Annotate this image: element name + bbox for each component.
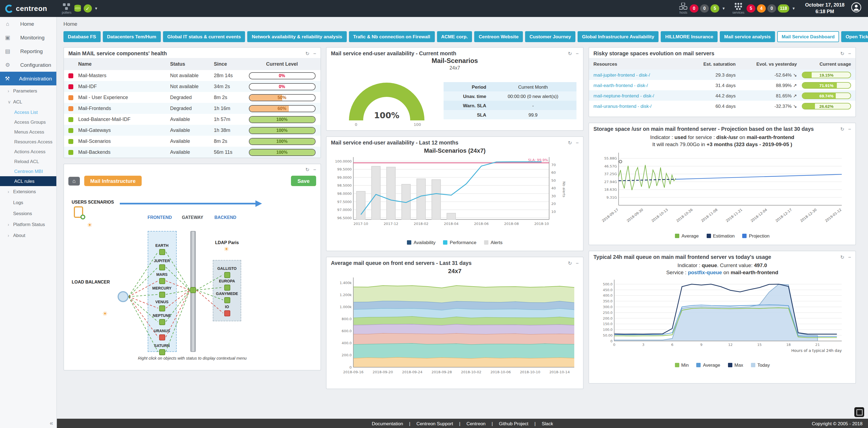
dashboard-tab[interactable]: Open Tickets (841, 31, 868, 42)
refresh-icon[interactable]: ↻ (840, 51, 844, 56)
dashboard-tab[interactable]: Datacenters Tem/Hum (102, 31, 160, 42)
storage-row[interactable]: mail-uranus-frontend - disk-/ 60.4 days … (589, 101, 856, 111)
load-balancer-node[interactable] (118, 291, 128, 302)
centreon-logo[interactable]: centreon (0, 4, 58, 13)
sidebar-item[interactable]: ACL rules (0, 176, 56, 186)
sidebar-item[interactable]: › Parameters (0, 85, 56, 96)
dashboard-tab[interactable]: Network availability & reliability analy… (247, 31, 347, 42)
footer-link[interactable]: Centreon (453, 421, 486, 426)
storage-row[interactable]: mail-neptune-frontend - disk-/ 44.2 days… (589, 90, 856, 101)
footer-link[interactable]: Slack (528, 421, 553, 426)
storage-row[interactable]: mail-earth-frontend - disk-/ 31.4 days 8… (589, 80, 856, 90)
minimize-icon[interactable]: − (848, 254, 851, 260)
sidebar-item[interactable]: Reload ACL (0, 156, 56, 166)
sidebar-item[interactable]: ⚒ Administration (0, 72, 56, 85)
service-health-row[interactable]: Mail-Scenarios Available 8m 2s 100% (64, 136, 320, 147)
service-health-row[interactable]: Mail-IDF Not available 34m 2s 0% (64, 81, 320, 92)
diagram-node-venus[interactable]: VENUS (145, 300, 179, 311)
sidebar-item[interactable]: ∨ ACL (0, 96, 56, 107)
dashboard-tab[interactable]: Database FS (63, 31, 100, 42)
user-menu[interactable] (851, 2, 862, 15)
minimize-icon[interactable]: − (576, 260, 579, 266)
sidebar-item[interactable]: › Platform Status (0, 219, 56, 230)
home-icon[interactable]: ⌂ (68, 176, 80, 185)
minimize-icon[interactable]: − (848, 51, 851, 56)
hosts-cluster[interactable]: hosts 005 ▾ (679, 3, 725, 14)
service-health-row[interactable]: Mail-Backends Available 56m 11s 100% (64, 147, 320, 158)
refresh-icon[interactable]: ↻ (568, 260, 572, 266)
diagram-node-neptune[interactable]: NEPTUNE (145, 314, 179, 325)
service-health-row[interactable]: Mail-Frontends Degraded 1h 16m 60% (64, 103, 320, 114)
minimize-icon[interactable]: − (576, 140, 579, 145)
service-health-row[interactable]: Mail - User Experience Degraded 8m 2s 50… (64, 92, 320, 103)
footer-link[interactable]: Documentation (372, 421, 403, 426)
sidebar-item[interactable]: Sessions (0, 208, 56, 219)
sidebar-item[interactable]: ▤ Reporting (0, 44, 56, 58)
sidebar-item[interactable]: Resources Access (0, 137, 56, 147)
breadcrumb[interactable]: Home (57, 17, 868, 30)
refresh-icon[interactable]: ↻ (305, 51, 309, 56)
diagram-node-earth[interactable]: EARTH (145, 244, 179, 255)
sidebar-item[interactable]: Access Groups (0, 117, 56, 127)
dashboard-tab[interactable]: Global IT status & current events (163, 31, 245, 42)
sidebar-item[interactable]: ▣ Monitoring (0, 31, 56, 44)
service-health-row[interactable]: Load-Balancer-Mail-IDF Available 1h 57m … (64, 114, 320, 125)
storage-row[interactable]: mail-jupiter-frontend - disk-/ 29.3 days… (589, 69, 856, 80)
chevron-down-icon[interactable]: ▾ (95, 6, 97, 11)
diagram-node-ganymede[interactable]: GANYMEDE (210, 292, 245, 303)
diagram-node-mercury[interactable]: MERCURY (145, 286, 179, 297)
sidebar-item[interactable]: ⚙ Configuration (0, 58, 56, 72)
resource-link[interactable]: mail-neptune-frontend - disk-/ (593, 93, 685, 98)
refresh-icon[interactable]: ↻ (840, 126, 844, 132)
fullscreen-button[interactable] (854, 407, 864, 417)
chevron-down-icon[interactable]: ▾ (793, 6, 795, 11)
sidebar-item[interactable]: › About (0, 230, 56, 241)
services-status-badge[interactable]: 0 (767, 4, 776, 12)
dashboard-tab[interactable]: HILLMORE Insurance (661, 31, 718, 42)
sidebar-collapse-icon[interactable]: « (50, 420, 53, 426)
dashboard-tab[interactable]: ACME corp. (437, 31, 472, 42)
dashboard-tab[interactable]: Trafic & Nb connection on Firewall (349, 31, 435, 42)
diagram-node-gallisto[interactable]: GALLISTO (210, 266, 245, 278)
resource-link[interactable]: mail-earth-frontend - disk-/ (593, 82, 685, 88)
sidebar-item[interactable]: Actions Access (0, 147, 56, 156)
dashboard-tab[interactable]: Mail service analysis (720, 31, 775, 42)
chevron-down-icon[interactable]: ▾ (722, 6, 725, 11)
diagram-node-io[interactable]: IO (210, 305, 245, 316)
sidebar-item[interactable]: Access List (0, 107, 56, 117)
refresh-icon[interactable]: ↻ (840, 254, 844, 260)
services-status-badge[interactable]: 5 (747, 4, 755, 12)
diagram-node-uranus[interactable]: URANUS (145, 329, 179, 340)
dashboard-tab[interactable]: Global Infrastructure Availability (578, 31, 658, 42)
save-button[interactable]: Save (291, 176, 316, 186)
sidebar-item[interactable]: ⌂ Home (0, 17, 56, 31)
pollers-cluster[interactable]: pollers ✓ ▾ (62, 3, 97, 14)
diagram-node-saturn[interactable]: SATURN (145, 344, 179, 355)
sidebar-item[interactable]: Centreon MBI (0, 166, 56, 176)
refresh-icon[interactable]: ↻ (568, 51, 572, 56)
services-status-badge[interactable]: 4 (757, 4, 766, 12)
minimize-icon[interactable]: − (313, 167, 316, 172)
dashboard-tab[interactable]: Mail Service Dashboard (777, 31, 839, 42)
resource-link[interactable]: mail-uranus-frontend - disk-/ (593, 103, 685, 109)
footer-link[interactable]: Github Project (486, 421, 529, 426)
footer-link[interactable]: Centreon Support (403, 421, 453, 426)
dashboard-tab[interactable]: Centreon Website (474, 31, 523, 42)
minimize-icon[interactable]: − (848, 126, 851, 132)
hosts-status-badge[interactable]: 0 (690, 4, 699, 12)
sidebar-item[interactable]: Menus Access (0, 127, 56, 137)
hosts-status-badge[interactable]: 5 (711, 4, 719, 12)
diagram-node-europa[interactable]: EUROPA (210, 279, 245, 290)
diagram-node-jupiter[interactable]: JUPITER (145, 259, 179, 270)
service-health-row[interactable]: Mail-Masters Not available 28m 14s 0% (64, 70, 320, 81)
minimize-icon[interactable]: − (576, 51, 579, 56)
services-status-badge[interactable]: 118 (778, 4, 789, 12)
sidebar-item[interactable]: Logs (0, 197, 56, 208)
sidebar-item[interactable]: › Extensions (0, 186, 56, 197)
minimize-icon[interactable]: − (313, 51, 316, 56)
refresh-icon[interactable]: ↻ (305, 167, 309, 172)
hosts-status-badge[interactable]: 0 (700, 4, 709, 12)
resource-link[interactable]: mail-jupiter-frontend - disk-/ (593, 72, 685, 78)
dashboard-tab[interactable]: Customer Journey (525, 31, 576, 42)
diagram-node-mars[interactable]: MARS (145, 273, 179, 284)
